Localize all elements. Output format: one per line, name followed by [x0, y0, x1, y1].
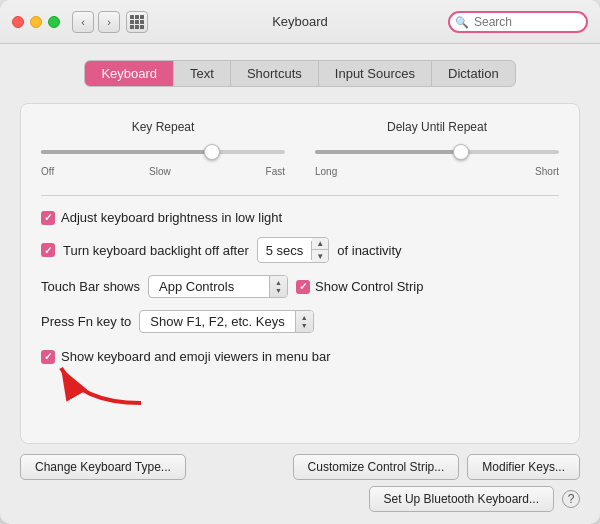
show-control-strip-checkbox[interactable]: ✓: [296, 280, 310, 294]
tab-shortcuts[interactable]: Shortcuts: [231, 61, 319, 86]
key-repeat-group: Key Repeat Off Slow Fast: [41, 120, 285, 177]
grid-icon: [130, 15, 144, 29]
forward-button[interactable]: ›: [98, 11, 120, 33]
bluetooth-keyboard-button[interactable]: Set Up Bluetooth Keyboard...: [369, 486, 554, 512]
key-repeat-labels: Off Slow Fast: [41, 166, 285, 177]
back-button[interactable]: ‹: [72, 11, 94, 33]
tab-text[interactable]: Text: [174, 61, 231, 86]
backlight-label: Turn keyboard backlight off after: [63, 243, 249, 258]
grid-view-button[interactable]: [126, 11, 148, 33]
delay-repeat-track[interactable]: [315, 150, 559, 154]
brightness-checkbox[interactable]: ✓: [41, 211, 55, 225]
bottom-right-buttons: Customize Control Strip... Modifier Keys…: [293, 454, 580, 480]
stepper-up[interactable]: ▲: [312, 238, 328, 250]
touch-bar-select[interactable]: App Controls ▲ ▼: [148, 275, 288, 298]
key-repeat-off: Off: [41, 166, 54, 177]
bottom-buttons: Change Keyboard Type... Customize Contro…: [20, 444, 580, 480]
titlebar: ‹ › Keyboard 🔍: [0, 0, 600, 44]
tab-input-sources[interactable]: Input Sources: [319, 61, 432, 86]
backlight-checkmark: ✓: [44, 245, 52, 256]
window: ‹ › Keyboard 🔍 Keyboard Text Shortcuts I…: [0, 0, 600, 524]
show-control-strip-wrap: ✓ Show Control Strip: [296, 279, 423, 294]
tab-bar: Keyboard Text Shortcuts Input Sources Di…: [84, 60, 515, 87]
fn-select-arrow: ▲ ▼: [295, 311, 313, 332]
key-repeat-fast: Fast: [266, 166, 285, 177]
touch-bar-select-arrow: ▲ ▼: [269, 276, 287, 297]
key-repeat-slow: Slow: [149, 166, 171, 177]
backlight-stepper[interactable]: 5 secs ▲ ▼: [257, 237, 330, 263]
close-button[interactable]: [12, 16, 24, 28]
annotation-arrow: [51, 353, 171, 413]
touch-bar-label: Touch Bar shows: [41, 279, 140, 294]
delay-long: Long: [315, 166, 337, 177]
modifier-keys-button[interactable]: Modifier Keys...: [467, 454, 580, 480]
touch-bar-value: App Controls: [149, 276, 269, 297]
change-keyboard-button[interactable]: Change Keyboard Type...: [20, 454, 186, 480]
minimize-button[interactable]: [30, 16, 42, 28]
key-repeat-track[interactable]: [41, 150, 285, 154]
delay-repeat-label: Delay Until Repeat: [315, 120, 559, 134]
search-box: 🔍: [448, 11, 588, 33]
touch-bar-row: Touch Bar shows App Controls ▲ ▼ ✓ Show …: [41, 275, 559, 298]
tab-dictation[interactable]: Dictation: [432, 61, 515, 86]
backlight-row: ✓ Turn keyboard backlight off after 5 se…: [41, 237, 559, 263]
backlight-checkbox[interactable]: ✓: [41, 243, 55, 257]
keyboard-panel: Key Repeat Off Slow Fast De: [20, 103, 580, 444]
key-repeat-thumb[interactable]: [204, 144, 220, 160]
divider-1: [41, 195, 559, 196]
search-icon: 🔍: [455, 15, 469, 28]
stepper-arrows: ▲ ▼: [312, 238, 328, 262]
brightness-checkmark: ✓: [44, 212, 52, 223]
key-repeat-label: Key Repeat: [41, 120, 285, 134]
customize-control-strip-button[interactable]: Customize Control Strip...: [293, 454, 460, 480]
delay-short: Short: [535, 166, 559, 177]
delay-repeat-slider-wrap: [315, 142, 559, 162]
fn-value: Show F1, F2, etc. Keys: [140, 311, 294, 332]
backlight-suffix: of inactivity: [337, 243, 401, 258]
brightness-label: Adjust keyboard brightness in low light: [61, 210, 282, 225]
stepper-down[interactable]: ▼: [312, 250, 328, 262]
sliders-section: Key Repeat Off Slow Fast De: [41, 120, 559, 177]
bottom-row-2: Set Up Bluetooth Keyboard... ?: [20, 480, 580, 512]
maximize-button[interactable]: [48, 16, 60, 28]
search-input[interactable]: [448, 11, 588, 33]
fn-label: Press Fn key to: [41, 314, 131, 329]
delay-repeat-labels: Long Short: [315, 166, 559, 177]
key-repeat-slider-wrap: [41, 142, 285, 162]
emoji-section: ✓ Show keyboard and emoji viewers in men…: [41, 345, 559, 364]
tab-keyboard[interactable]: Keyboard: [85, 61, 174, 86]
window-title: Keyboard: [272, 14, 328, 29]
backlight-value: 5 secs: [258, 241, 313, 260]
help-button[interactable]: ?: [562, 490, 580, 508]
fn-row: Press Fn key to Show F1, F2, etc. Keys ▲…: [41, 310, 559, 333]
show-control-strip-checkmark: ✓: [299, 281, 307, 292]
traffic-lights: [12, 16, 60, 28]
delay-repeat-group: Delay Until Repeat Long Short: [315, 120, 559, 177]
content-area: Keyboard Text Shortcuts Input Sources Di…: [0, 44, 600, 524]
brightness-row: ✓ Adjust keyboard brightness in low ligh…: [41, 210, 559, 225]
nav-buttons: ‹ ›: [72, 11, 120, 33]
show-control-strip-label: Show Control Strip: [315, 279, 423, 294]
fn-select[interactable]: Show F1, F2, etc. Keys ▲ ▼: [139, 310, 313, 333]
delay-repeat-thumb[interactable]: [453, 144, 469, 160]
